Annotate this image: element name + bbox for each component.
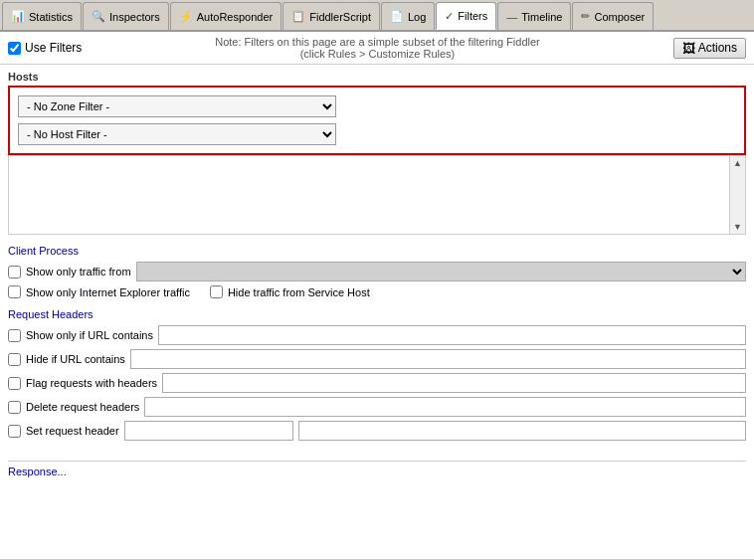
delete-headers-label: Delete request headers [26, 401, 139, 413]
show-ie-label: Show only Internet Explorer traffic [26, 286, 190, 298]
client-process-section: Client Process Show only traffic from Sh… [8, 245, 746, 298]
timeline-icon: — [506, 11, 517, 23]
tab-log-label: Log [408, 11, 426, 23]
flag-headers-label: Flag requests with headers [26, 377, 157, 389]
hosts-list-area: ▲ ▼ [8, 155, 746, 235]
set-header-value-input[interactable] [298, 421, 746, 441]
hosts-section: Hosts - No Zone Filter - Show only Intra… [8, 71, 746, 235]
show-traffic-label: Show only traffic from [26, 266, 131, 278]
tab-statistics-label: Statistics [29, 11, 73, 23]
inspectors-icon: 🔍 [92, 10, 105, 23]
response-section-hint: Response... [8, 461, 746, 477]
set-header-label: Set request header [26, 425, 119, 437]
filter-note: Note: Filters on this page are a simple … [90, 36, 664, 60]
tab-log[interactable]: 📄 Log [381, 2, 435, 30]
scroll-up-arrow[interactable]: ▲ [733, 158, 742, 168]
hide-url-checkbox[interactable] [8, 353, 21, 366]
hide-url-row: Hide if URL contains [8, 349, 746, 369]
ie-servichost-row: Show only Internet Explorer traffic Hide… [8, 285, 746, 298]
main-content: Hosts - No Zone Filter - Show only Intra… [0, 65, 754, 559]
hide-url-label: Hide if URL contains [26, 353, 125, 365]
actions-button[interactable]: 🖼 Actions [673, 38, 746, 59]
statistics-icon: 📊 [11, 10, 25, 23]
use-filters-text: Use Filters [25, 41, 82, 55]
tab-autoresponder-label: AutoResponder [197, 11, 273, 23]
flag-headers-row: Flag requests with headers [8, 373, 746, 393]
set-header-checkbox[interactable] [8, 425, 21, 438]
delete-headers-input[interactable] [144, 397, 746, 417]
actions-icon: 🖼 [682, 41, 695, 56]
actions-label: Actions [698, 41, 737, 55]
hosts-list-scrollbar: ▲ ▼ [729, 156, 745, 234]
tab-composer-label: Composer [594, 11, 645, 23]
url-contains-checkbox[interactable] [8, 329, 21, 342]
tab-fiddlerscript[interactable]: 📋 FiddlerScript [283, 2, 380, 30]
fiddlerscript-icon: 📋 [291, 10, 305, 23]
url-contains-label: Show only if URL contains [26, 329, 153, 341]
composer-icon: ✏ [581, 10, 590, 23]
hide-url-input[interactable] [130, 349, 746, 369]
zone-filter-select[interactable]: - No Zone Filter - Show only Intranet Ho… [18, 95, 336, 117]
tab-filters-label: Filters [458, 10, 487, 22]
scroll-down-arrow[interactable]: ▼ [733, 222, 742, 232]
set-header-name-input[interactable] [124, 421, 293, 441]
hosts-block: - No Zone Filter - Show only Intranet Ho… [8, 86, 746, 155]
show-traffic-checkbox[interactable] [8, 266, 21, 279]
hide-service-host-label: Hide traffic from Service Host [228, 286, 370, 298]
use-filters-label[interactable]: Use Filters [8, 41, 82, 55]
show-traffic-row: Show only traffic from [8, 262, 746, 281]
use-filters-checkbox[interactable] [8, 42, 21, 55]
log-icon: 📄 [390, 10, 404, 23]
flag-headers-input[interactable] [162, 373, 746, 393]
hide-service-host-row: Hide traffic from Service Host [210, 285, 370, 298]
url-contains-input[interactable] [158, 325, 746, 345]
delete-headers-checkbox[interactable] [8, 401, 21, 414]
flag-headers-checkbox[interactable] [8, 377, 21, 390]
tab-fiddlerscript-label: FiddlerScript [309, 11, 371, 23]
client-process-title: Client Process [8, 245, 746, 257]
tab-statistics[interactable]: 📊 Statistics [2, 2, 82, 30]
hide-service-host-checkbox[interactable] [210, 285, 223, 298]
tab-composer[interactable]: ✏ Composer [572, 2, 654, 30]
tab-inspectors-label: Inspectors [109, 11, 160, 23]
set-header-row: Set request header [8, 421, 746, 441]
toolbar-row: Use Filters Note: Filters on this page a… [0, 32, 754, 65]
request-headers-title: Request Headers [8, 308, 746, 320]
tab-inspectors[interactable]: 🔍 Inspectors [83, 2, 169, 30]
delete-headers-row: Delete request headers [8, 397, 746, 417]
tab-filters[interactable]: ✓ Filters [436, 2, 496, 30]
show-ie-checkbox[interactable] [8, 285, 21, 298]
url-contains-row: Show only if URL contains [8, 325, 746, 345]
tab-timeline[interactable]: — Timeline [497, 2, 571, 30]
tab-timeline-label: Timeline [521, 11, 562, 23]
autoresponder-icon: ⚡ [179, 10, 193, 23]
request-headers-section: Request Headers Show only if URL contain… [8, 308, 746, 441]
tab-bar: 📊 Statistics 🔍 Inspectors ⚡ AutoResponde… [0, 0, 754, 32]
filters-check-icon: ✓ [445, 10, 454, 23]
process-dropdown[interactable] [136, 262, 746, 281]
tab-autoresponder[interactable]: ⚡ AutoResponder [170, 2, 282, 30]
hosts-section-label: Hosts [8, 71, 746, 83]
spacer [8, 451, 746, 461]
show-ie-row: Show only Internet Explorer traffic [8, 285, 190, 298]
host-filter-select[interactable]: - No Host Filter - Show only the followi… [18, 123, 336, 145]
